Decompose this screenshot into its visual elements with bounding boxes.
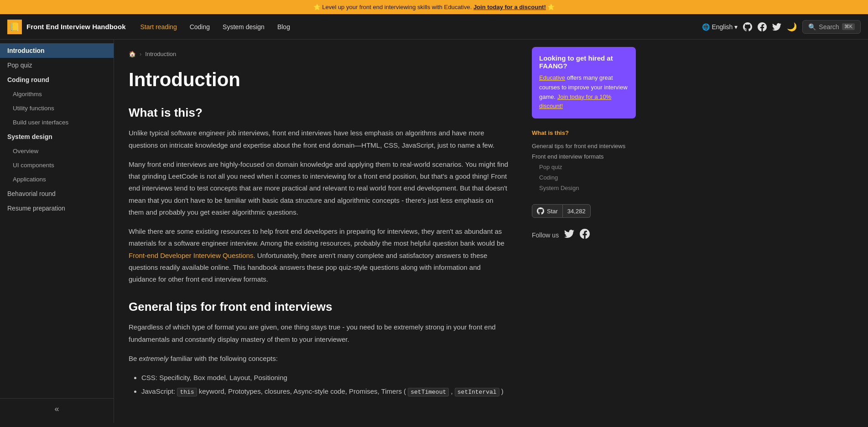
twitter-icon (772, 22, 781, 31)
para5-after: familiar with the following concepts: (169, 355, 278, 362)
sidebar-item-introduction[interactable]: Introduction (0, 43, 114, 58)
sidebar-item-coding-round[interactable]: Coding round (0, 72, 114, 87)
list-item-css: CSS: Specificity, Box model, Layout, Pos… (141, 372, 510, 384)
lang-chevron: ▾ (734, 23, 738, 31)
promo-text: Educative offers many great courses to i… (539, 73, 629, 111)
code-this: this (177, 388, 197, 396)
navbar: 📒 Front End Interview Handbook Start rea… (0, 14, 868, 40)
search-kbd: ⌘K (842, 23, 855, 30)
promo-card: Looking to get hired at FAANG? Educative… (532, 47, 636, 118)
search-label: Search (819, 23, 839, 31)
github-star-button[interactable]: Star (532, 204, 563, 218)
brand-logo: 📒 (7, 20, 22, 34)
article-para-3: While there are some existing resources … (129, 226, 510, 285)
sidebar: Introduction Pop quiz Coding round Algor… (0, 40, 114, 423)
nav-blog[interactable]: Blog (272, 20, 296, 34)
para5-before: Be (129, 355, 139, 362)
sidebar-item-algorithms[interactable]: Algorithms (0, 87, 114, 101)
breadcrumb: 🏠 › Introduction (129, 51, 510, 57)
para5-em: extremely (139, 355, 169, 362)
brand-name: Front End Interview Handbook (26, 23, 126, 31)
article-para-1: Unlike typical software engineer job int… (129, 127, 510, 151)
list-item-js: JavaScript: this keyword, Prototypes, cl… (141, 386, 510, 398)
sidebar-item-overview[interactable]: Overview (0, 144, 114, 158)
github-star-count: 34,282 (563, 204, 591, 218)
sidebar-item-utility-functions[interactable]: Utility functions (0, 101, 114, 115)
follow-facebook[interactable] (580, 229, 590, 241)
article-para-5: Be extremely familiar with the following… (129, 353, 510, 365)
list-js-text: JavaScript: this keyword, Prototypes, cl… (141, 387, 504, 395)
search-button[interactable]: 🔍 Search ⌘K (802, 20, 861, 34)
section-heading-general-tips: General tips for front end interviews (129, 300, 510, 314)
navbar-brand[interactable]: 📒 Front End Interview Handbook (7, 20, 126, 34)
banner-star: ⭐ (547, 4, 555, 10)
star-label: Star (547, 208, 558, 215)
nav-coding[interactable]: Coding (184, 20, 215, 34)
nav-system-design[interactable]: System design (217, 20, 270, 34)
follow-row: Follow us (532, 229, 636, 241)
sidebar-collapse-button[interactable]: « (0, 398, 114, 419)
navbar-right: 🌐 English ▾ 🌙 🔍 Search ⌘K (702, 20, 861, 34)
right-sidebar: Looking to get hired at FAANG? Educative… (525, 40, 643, 423)
follow-twitter[interactable] (564, 229, 574, 241)
github-icon (743, 22, 752, 31)
breadcrumb-home[interactable]: 🏠 (129, 51, 136, 57)
sidebar-item-applications[interactable]: Applications (0, 172, 114, 186)
search-icon: 🔍 (808, 23, 816, 31)
para3-before: While there are some existing resources … (129, 227, 504, 247)
educative-link[interactable]: Educative (539, 74, 565, 81)
sidebar-item-ui-components[interactable]: UI components (0, 158, 114, 172)
twitter-link[interactable] (772, 22, 781, 31)
faq-link[interactable]: Front-end Developer Interview Questions (129, 252, 253, 259)
navbar-links: Start reading Coding System design Blog (135, 20, 702, 34)
toc-item-general-tips[interactable]: General tips for front end interviews (532, 141, 636, 151)
table-of-contents: What is this? General tips for front end… (532, 129, 636, 193)
lang-icon: 🌐 (702, 23, 710, 31)
facebook-link[interactable] (758, 22, 767, 31)
toc-heading: What is this? (532, 129, 636, 136)
toc-sub-item-system-design[interactable]: System Design (532, 183, 636, 193)
article-title: Introduction (129, 68, 510, 91)
twitter-follow-icon (564, 229, 574, 239)
lang-label: English (712, 23, 733, 31)
github-star-row: Star 34,282 (532, 204, 636, 218)
sidebar-item-pop-quiz[interactable]: Pop quiz (0, 58, 114, 72)
github-star-icon (537, 207, 544, 215)
article-list: CSS: Specificity, Box model, Layout, Pos… (129, 372, 510, 398)
top-banner: ⭐ Level up your front end interviewing s… (0, 0, 868, 14)
article-para-2: Many front end interviews are highly-foc… (129, 159, 510, 218)
code-setinterval: setInterval (455, 388, 499, 396)
toc-sub-item-coding[interactable]: Coding (532, 172, 636, 183)
toc-item-interview-formats[interactable]: Front end interview formats (532, 151, 636, 162)
sidebar-item-behavorial-round[interactable]: Behavorial round (0, 186, 114, 201)
language-selector[interactable]: 🌐 English ▾ (702, 23, 738, 31)
breadcrumb-separator: › (140, 51, 141, 57)
code-settimeout: setTimeout (408, 388, 449, 396)
facebook-icon (758, 22, 767, 31)
sidebar-item-build-ui[interactable]: Build user interfaces (0, 115, 114, 129)
nav-start-reading[interactable]: Start reading (135, 20, 182, 34)
main-content: 🏠 › Introduction Introduction What is th… (114, 40, 525, 423)
toc-sub-item-pop-quiz[interactable]: Pop quiz (532, 162, 636, 172)
breadcrumb-current: Introduction (145, 51, 176, 57)
theme-toggle[interactable]: 🌙 (787, 22, 797, 32)
sidebar-item-resume-preparation[interactable]: Resume preparation (0, 201, 114, 216)
sidebar-item-system-design[interactable]: System design (0, 129, 114, 144)
banner-link[interactable]: Join today for a discount! (473, 4, 546, 10)
article-para-4: Regardless of which type of format you a… (129, 321, 510, 345)
page-layout: Introduction Pop quiz Coding round Algor… (0, 40, 868, 423)
facebook-follow-icon (580, 229, 590, 239)
follow-label: Follow us (532, 232, 559, 239)
section-heading-what-is-this: What is this? (129, 106, 510, 120)
banner-text: ⭐ Level up your front end interviewing s… (313, 4, 472, 10)
promo-title: Looking to get hired at FAANG? (539, 54, 629, 70)
github-link[interactable] (743, 22, 752, 31)
